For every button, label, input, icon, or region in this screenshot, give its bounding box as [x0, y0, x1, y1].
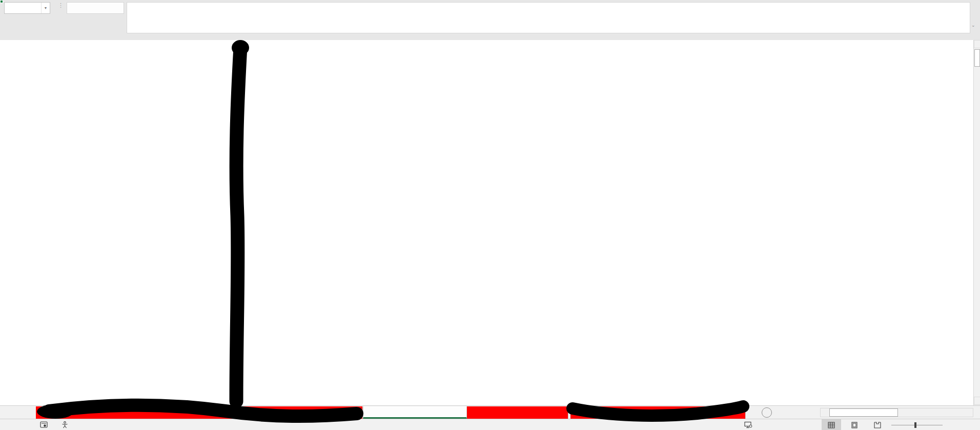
formula-buttons	[67, 2, 124, 14]
accessibility-icon	[62, 421, 68, 428]
macro-record-icon[interactable]	[40, 419, 48, 430]
zoom-slider-thumb[interactable]	[914, 422, 916, 428]
page-break-view-button[interactable]	[868, 419, 887, 430]
zoom-control	[887, 419, 947, 430]
excel-window: ▼ ⋮ ⌄	[0, 0, 980, 430]
horizontal-scrollbar-thumb[interactable]	[829, 408, 898, 417]
normal-view-button[interactable]	[822, 419, 841, 430]
scroll-right-icon[interactable]	[965, 408, 972, 417]
normal-view-icon	[828, 422, 835, 428]
display-settings-button[interactable]	[744, 419, 755, 430]
formula-bar-input[interactable]	[127, 2, 970, 33]
fill-handle[interactable]	[0, 0, 3, 3]
name-box[interactable]: ▼	[4, 2, 50, 14]
spreadsheet-grid	[0, 40, 973, 405]
formula-bar-expand-icon[interactable]: ⌄	[971, 23, 975, 28]
page-layout-view-button[interactable]	[845, 419, 864, 430]
sheet-tab-lab-inventory-master-list[interactable]	[363, 406, 467, 419]
scroll-left-icon[interactable]	[821, 408, 829, 417]
sheet-tab-bar	[0, 405, 980, 419]
active-cell-v40[interactable]	[0, 0, 2, 2]
status-bar	[0, 419, 980, 430]
sheet-tab-redacted-2[interactable]	[570, 406, 746, 419]
formula-bar-strip: ▼ ⋮ ⌄	[0, 0, 980, 40]
zoom-slider[interactable]	[891, 425, 943, 425]
sheet-tab-redacted-1[interactable]	[36, 406, 363, 419]
page-break-view-icon	[874, 422, 881, 428]
vertical-scrollbar-thumb[interactable]	[974, 49, 980, 67]
page-layout-view-icon	[851, 422, 858, 428]
new-sheet-button[interactable]	[762, 407, 772, 418]
display-settings-icon	[744, 421, 752, 428]
scroll-down-icon[interactable]	[974, 397, 980, 405]
name-box-dropdown-icon[interactable]: ▼	[41, 3, 50, 13]
sheet-tab-master-po-request[interactable]	[467, 406, 568, 419]
horizontal-scrollbar[interactable]	[820, 408, 973, 417]
separator-dots-icon: ⋮	[58, 3, 62, 8]
vertical-scrollbar[interactable]	[973, 40, 980, 405]
scroll-up-icon[interactable]	[974, 40, 980, 48]
accessibility-status[interactable]	[62, 419, 71, 430]
